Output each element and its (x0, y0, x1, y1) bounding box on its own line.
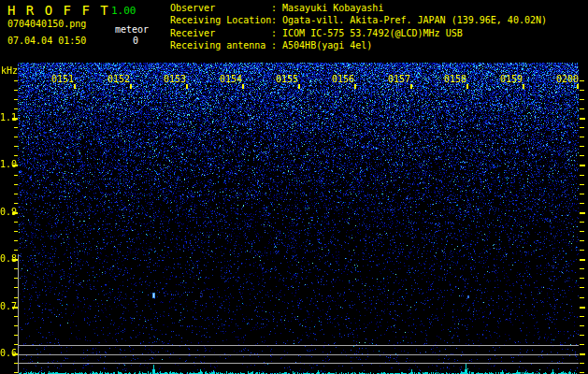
station-info-row: Receiver: ICOM IC-575 53.7492(@LCD)MHz U… (170, 27, 547, 39)
freq-tick-left (14, 231, 18, 232)
freq-tick-right (580, 278, 584, 279)
freq-tick-right (580, 184, 584, 185)
freq-tick-right (580, 203, 584, 204)
freq-tick-right (580, 80, 584, 81)
time-tick-label: 0152 (108, 74, 130, 84)
freq-tick-left (14, 99, 18, 100)
freq-tick-right (580, 90, 584, 91)
freq-tick-left (14, 137, 18, 137)
freq-tick-label: 1.1 (0, 112, 13, 122)
info-label: Receiving antenna (170, 39, 271, 51)
freq-tick-right (580, 231, 584, 232)
time-tick-label: 0154 (220, 74, 242, 84)
freq-tick-right (580, 353, 585, 355)
freq-tick-right (580, 212, 585, 214)
freq-tick-left (12, 259, 18, 261)
app-version: 1.00 (111, 5, 136, 17)
freq-tick-left (14, 372, 18, 373)
freq-tick-left (14, 222, 18, 223)
freq-tick-right (580, 372, 584, 373)
freq-tick-left (14, 127, 18, 128)
freq-tick-left (14, 250, 18, 251)
meteor-label: meteor (115, 24, 149, 35)
freq-tick-label: 0.6 (0, 348, 13, 358)
freq-tick-label: 0.9 (0, 207, 13, 217)
hrofft-window: H R O F F T 1.00 0704040150.png meteor 0… (0, 0, 588, 374)
freq-tick-right (580, 137, 584, 137)
freq-tick-right (580, 165, 585, 166)
time-tick-label: 0200 (556, 74, 579, 84)
freq-tick-right (580, 335, 584, 336)
freq-tick-right (580, 344, 584, 345)
freq-tick-left (14, 287, 18, 288)
freq-tick-right (580, 175, 584, 176)
freq-tick-right (580, 250, 584, 251)
station-info-block: Observer: Masayuki KobayashiReceiving Lo… (170, 2, 547, 52)
station-info-row: Observer: Masayuki Kobayashi (170, 2, 547, 14)
info-label: Receiving Location (170, 14, 271, 26)
app-title: H R O F F T (7, 3, 109, 18)
freq-tick-left (12, 307, 18, 309)
freq-tick-left (14, 297, 18, 298)
time-tick-label: 0158 (444, 74, 466, 84)
station-info-row: Receiving Location: Ogata-vill. Akita-Pr… (170, 14, 547, 26)
freq-tick-left (14, 80, 18, 81)
info-value: : ICOM IC-575 53.7492(@LCD)MHz USB (271, 28, 463, 38)
freq-tick-right (580, 268, 584, 269)
freq-tick-left (14, 194, 18, 194)
freq-tick-right (580, 118, 585, 120)
observation-datetime: 07.04.04 01:50 (7, 36, 86, 46)
freq-tick-left (12, 165, 18, 166)
freq-tick-left (12, 118, 18, 120)
freq-tick-left (14, 203, 18, 204)
freq-tick-left (14, 335, 18, 336)
time-tick-label: 0159 (500, 74, 523, 84)
freq-tick-right (580, 194, 584, 194)
freq-tick-right (580, 325, 584, 326)
freq-tick-left (14, 278, 18, 279)
freq-tick-right (580, 316, 584, 317)
freq-tick-left (14, 155, 18, 156)
time-tick-label: 0156 (332, 74, 354, 84)
spectrogram-canvas (18, 63, 579, 374)
info-label: Observer (170, 2, 271, 14)
freq-tick-left (12, 353, 18, 355)
freq-tick-right (580, 259, 585, 261)
info-value: : Masayuki Kobayashi (271, 3, 383, 13)
meteor-count: 0 (133, 36, 138, 46)
freq-tick-label: 0.8 (0, 253, 13, 264)
freq-tick-left (14, 90, 18, 91)
freq-tick-left (14, 325, 18, 326)
time-tick-label: 0155 (276, 74, 298, 84)
freq-tick-left (14, 175, 18, 176)
freq-tick-left (14, 108, 18, 109)
freq-tick-right (580, 363, 584, 364)
freq-tick-right (580, 307, 585, 309)
station-info-row: Receiving antenna: A504HB(yagi 4el) (170, 39, 547, 51)
freq-tick-left (14, 363, 18, 364)
freq-tick-label: 0.7 (0, 301, 13, 311)
freq-tick-right (580, 99, 584, 100)
freq-tick-right (580, 146, 584, 147)
freq-tick-left (12, 212, 18, 214)
time-tick-label: 0151 (51, 74, 74, 84)
freq-tick-left (14, 316, 18, 317)
freq-tick-left (14, 240, 18, 241)
output-filename: 0704040150.png (7, 19, 86, 29)
time-tick-label: 0153 (164, 74, 186, 84)
freq-tick-left (14, 344, 18, 345)
time-tick-label: 0157 (388, 74, 410, 84)
freq-tick-right (580, 155, 584, 156)
info-value: : Ogata-vill. Akita-Pref. JAPAN (139.96E… (271, 15, 547, 25)
freq-unit-label: kHz (1, 65, 18, 76)
info-value: : A504HB(yagi 4el) (271, 40, 372, 50)
info-label: Receiver (170, 27, 271, 39)
freq-tick-right (580, 222, 584, 223)
freq-tick-right (580, 108, 584, 109)
freq-tick-right (580, 297, 584, 298)
freq-tick-right (580, 287, 584, 288)
freq-tick-label: 1.0 (0, 159, 13, 169)
freq-tick-left (14, 268, 18, 269)
freq-tick-right (580, 127, 584, 128)
freq-tick-left (14, 184, 18, 185)
